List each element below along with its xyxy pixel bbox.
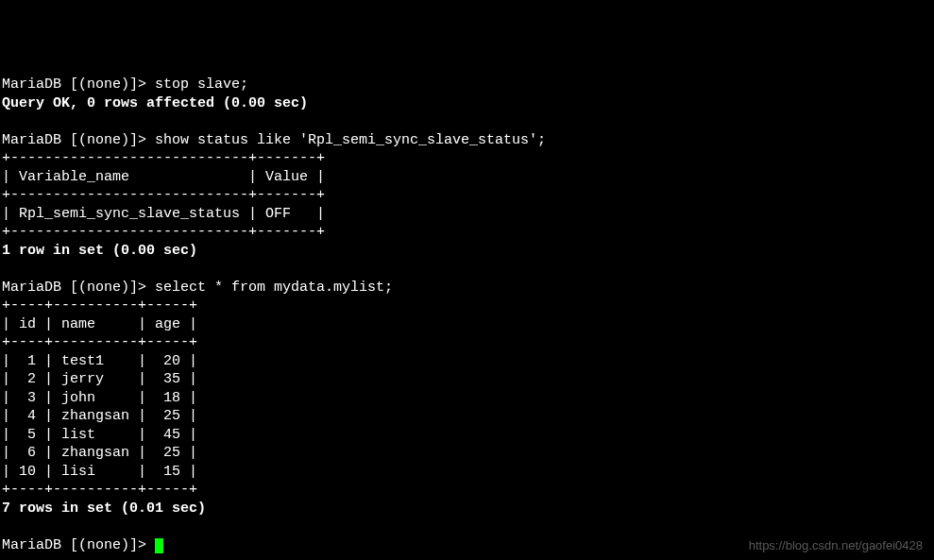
prompt: MariaDB [(none)]> bbox=[2, 76, 146, 93]
command-2: show status like 'Rpl_semi_sync_slave_st… bbox=[155, 132, 546, 148]
terminal-output: MariaDB [(none)]> stop slave; Query OK, … bbox=[2, 76, 932, 554]
table-row: | 1 | test1 | 20 | bbox=[2, 353, 197, 369]
table-2-header: | id | name | age | bbox=[2, 316, 197, 332]
table-row: | 5 | list | 45 | bbox=[2, 427, 197, 443]
result-2: 1 row in set (0.00 sec) bbox=[2, 243, 197, 259]
prompt: MariaDB [(none)]> bbox=[2, 132, 146, 148]
result-3: 7 rows in set (0.01 sec) bbox=[2, 501, 206, 517]
prompt: MariaDB [(none)]> bbox=[2, 280, 146, 296]
table-1-border: +----------------------------+-------+ bbox=[2, 150, 325, 166]
table-1-row: | Rpl_semi_sync_slave_status | OFF | bbox=[2, 206, 325, 222]
table-row: | 3 | john | 18 | bbox=[2, 390, 197, 406]
command-3: select * from mydata.mylist; bbox=[155, 280, 393, 296]
table-1-header: | Variable_name | Value | bbox=[2, 169, 325, 185]
table-row: | 4 | zhangsan | 25 | bbox=[2, 408, 197, 424]
table-2-border: +----+----------+-----+ bbox=[2, 334, 197, 350]
cursor[interactable] bbox=[155, 538, 163, 553]
watermark: https://blog.csdn.net/gaofei0428 bbox=[749, 538, 923, 554]
prompt: MariaDB [(none)]> bbox=[2, 537, 146, 553]
result-1: Query OK, 0 rows affected (0.00 sec) bbox=[2, 95, 308, 111]
table-row: | 6 | zhangsan | 25 | bbox=[2, 445, 197, 461]
table-1-border: +----------------------------+-------+ bbox=[2, 187, 325, 203]
table-row: | 2 | jerry | 35 | bbox=[2, 371, 197, 387]
table-2-border: +----+----------+-----+ bbox=[2, 482, 197, 498]
table-1-border: +----------------------------+-------+ bbox=[2, 224, 325, 240]
table-2-border: +----+----------+-----+ bbox=[2, 297, 197, 314]
command-1: stop slave; bbox=[155, 76, 248, 93]
table-row: | 10 | lisi | 15 | bbox=[2, 464, 197, 480]
